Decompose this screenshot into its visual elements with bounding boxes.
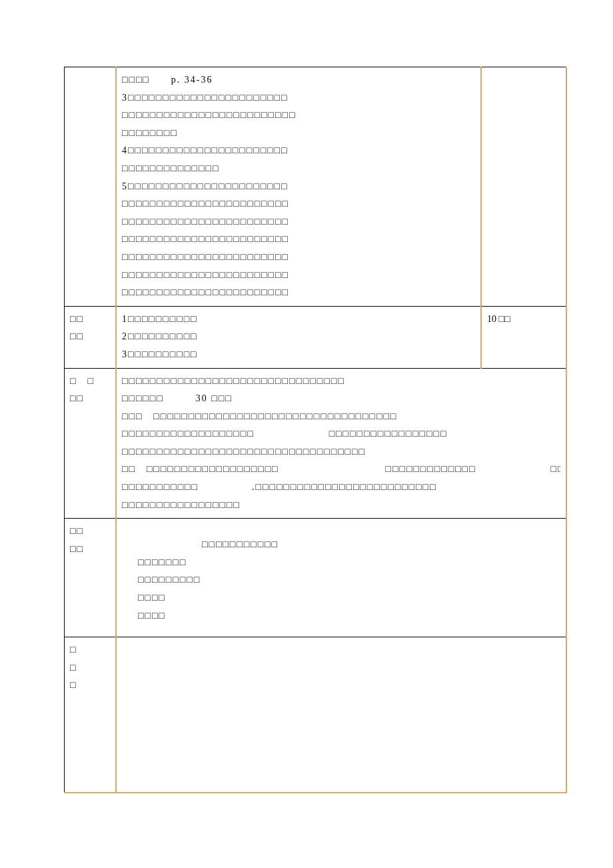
content-line: □□□□□□□□□□□□□□□□□□□□□□□□ [122, 213, 475, 231]
content-line: □□□□□□□□□□□ .□□□□□□□□□□□□□□□□□□□□□□□□□□ [122, 479, 560, 497]
content-line: 4□□□□□□□□□□□□□□□□□□□□□□□ [122, 142, 475, 160]
content-line: □□□□□□□□□□□□□□□□□□□□□□□□□□□□□□□□ [122, 373, 560, 391]
content-line: □□□□□□□□□□□□□□□□□□□□□□□□ [122, 267, 475, 285]
section-title: □□□□□□□□□□□ [122, 536, 560, 554]
content-line: □□□□□□□□□□□□□□□□□□□□□□□□ [122, 284, 475, 302]
content-line: □□□□ p. 34-36 [122, 71, 475, 89]
content-line: □□□□□□□□□□□□□□□□□□□□□□□□ [122, 195, 475, 213]
table-row: □□ □□ □□□□□□□□□□□ □□□□□□□ □□□□□□□□□ □□□□… [65, 519, 567, 637]
content-line: □□□□□□□□□□□□□□□□□□□ □□□□□□□□□□□□□□□□□ □□… [122, 425, 560, 443]
table-row: □ □ □ [65, 637, 567, 793]
content-line: 2□□□□□□□□□□ [122, 328, 475, 346]
table-row: □□ □□ 1□□□□□□□□□□ 2□□□□□□□□□□ 3□□□□□□□□□… [65, 306, 567, 368]
row1-main-cell: □□□□ p. 34-36 3□□□□□□□□□□□□□□□□□□□□□□□ □… [116, 67, 481, 307]
content-line: □□□□□□□□□□□□□□□□□ [122, 497, 560, 515]
row5-label-cell: □ □ □ [65, 637, 117, 793]
content-line: 5□□□□□□□□□□□□□□□□□□□□□□□ [122, 178, 475, 196]
document-page: □□□□ p. 34-36 3□□□□□□□□□□□□□□□□□□□□□□□ □… [0, 0, 613, 868]
row1-label-cell [65, 67, 117, 307]
row2-time-cell: 10 □□ [481, 306, 566, 368]
row3-main-cell: □□□□□□□□□□□□□□□□□□□□□□□□□□□□□□□□ □□□□□□ … [116, 368, 566, 519]
content-line: 3□□□□□□□□□□ [122, 346, 475, 364]
content-line: □□ □□□□□□□□□□□□□□□□□□□ □□□□□□□□□□□□□ □□□… [122, 461, 560, 479]
content-line: □□□□□□□□□ [122, 571, 560, 589]
row4-main-cell: □□□□□□□□□□□ □□□□□□□ □□□□□□□□□ □□□□ □□□□ [116, 519, 566, 637]
lesson-plan-table: □□□□ p. 34-36 3□□□□□□□□□□□□□□□□□□□□□□□ □… [64, 67, 567, 793]
row3-label-cell: □ □ □□ [65, 368, 117, 519]
content-line: 3□□□□□□□□□□□□□□□□□□□□□□□ [122, 89, 475, 107]
content-line: 1□□□□□□□□□□ [122, 311, 475, 329]
content-line: □□□□□□□ [122, 554, 560, 572]
row2-main-cell: 1□□□□□□□□□□ 2□□□□□□□□□□ 3□□□□□□□□□□ [116, 306, 481, 368]
row4-label-cell: □□ □□ [65, 519, 117, 637]
content-line: □□□□ [122, 589, 560, 607]
row2-label-cell: □□ □□ [65, 306, 117, 368]
table-row: □ □ □□ □□□□□□□□□□□□□□□□□□□□□□□□□□□□□□□□ … [65, 368, 567, 519]
content-line: □□□□□□□□□□□□□□□□□□□□□□□□□ [122, 107, 475, 125]
content-line: □□□ □□□□□□□□□□□□□□□□□□□□□□□□□□□□□□□□□□□ [122, 408, 560, 426]
content-line: □□□□□□□□□□□□□□□□□□□□□□□□□□□□□□□□□□□ [122, 443, 560, 461]
content-line: □□□□□□ 30 □□□ [122, 390, 560, 408]
row5-main-cell [116, 637, 566, 793]
row1-time-cell [481, 67, 566, 307]
content-line: □□□□□□□□□□□□□□□□□□□□□□□□ [122, 249, 475, 267]
table-row: □□□□ p. 34-36 3□□□□□□□□□□□□□□□□□□□□□□□ □… [65, 67, 567, 307]
content-line: □□□□□□□□□□□□□□□□□□□□□□□□ [122, 231, 475, 249]
content-line: □□□□ [122, 607, 560, 625]
content-line: □□□□□□□□ [122, 125, 475, 143]
content-line: □□□□□□□□□□□□□□ [122, 160, 475, 178]
